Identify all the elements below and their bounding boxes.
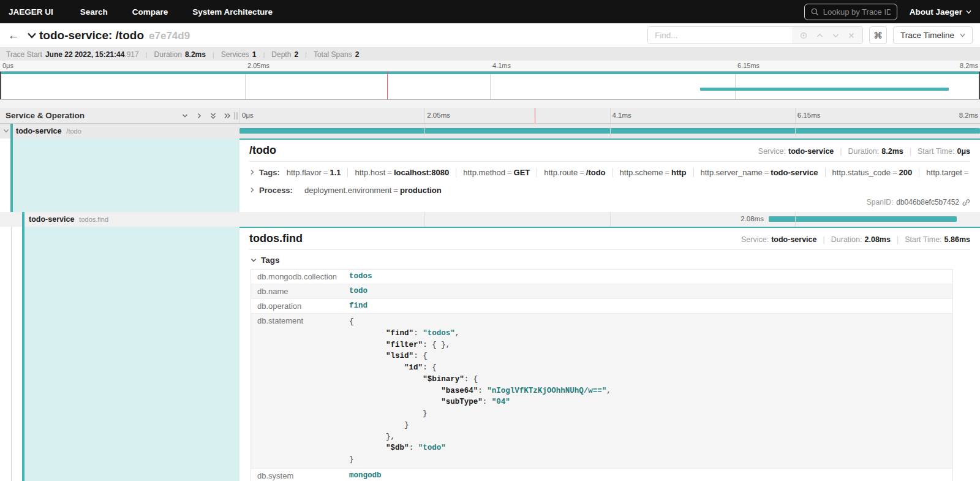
tag-key: http.route — [544, 168, 578, 177]
gridline — [490, 72, 491, 99]
summary-separator: | — [263, 51, 265, 58]
next-result-icon[interactable] — [832, 33, 839, 38]
span-color-bar — [22, 212, 24, 227]
span-name-todos-find[interactable]: todo-service todos.find — [0, 212, 239, 227]
tags-accordion-toggle[interactable]: Tags — [251, 256, 970, 265]
jaeger-ui-logo[interactable]: JAEGER UI — [9, 7, 53, 17]
span-detail-panel: /todo Service:todo-service|Duration:8.2m… — [239, 138, 980, 212]
minimap-span-bar — [700, 88, 949, 91]
summary-value-suffix: .917 — [124, 50, 138, 59]
tick-label: 0μs — [239, 112, 254, 119]
tag-table-key: db.mongodb.collection — [251, 270, 344, 284]
nav-right: Lookup by Trace ID... About Jaeger — [804, 4, 971, 20]
span-title: /todo — [249, 144, 276, 157]
expand-one-icon[interactable] — [195, 112, 203, 119]
span-color-bar — [10, 124, 13, 138]
copy-link-icon[interactable] — [962, 199, 970, 206]
process-tag: deployment.environment=production — [298, 185, 448, 196]
trace-header: ← todo-service: /todoe7e74d9 — [0, 23, 980, 48]
back-button[interactable]: ← — [0, 29, 27, 42]
chevron-down-icon — [251, 257, 257, 263]
minimap-labels: 0μs2.05ms4.1ms6.15ms8.2ms — [0, 61, 980, 71]
tick-label: 4.1ms — [610, 112, 631, 119]
meta-value: todo-service — [788, 147, 834, 156]
find-input[interactable] — [648, 27, 792, 44]
clear-find-icon[interactable] — [848, 32, 854, 39]
prev-result-icon[interactable] — [816, 33, 823, 38]
timeline-ticks-track: 0μs2.05ms4.1ms6.15ms8.2ms — [239, 108, 980, 123]
summary-item: Total Spans2 — [314, 50, 359, 59]
search-icon — [811, 8, 819, 16]
trace-view-selector[interactable]: Trace Timeline — [893, 26, 973, 44]
minimap-left-drag-handle[interactable] — [0, 72, 1, 99]
summary-label: Duration — [154, 50, 182, 59]
tag-value: http — [671, 168, 687, 177]
meta-value: 0μs — [957, 147, 970, 156]
tag-pill: http.target=/todo — [919, 168, 970, 177]
span-track-todo[interactable] — [239, 124, 980, 138]
equals-sign: = — [891, 168, 899, 177]
span-detail-gutter — [0, 138, 239, 212]
collapse-trace-chevron-icon[interactable] — [27, 32, 37, 39]
equals-sign: = — [322, 168, 330, 177]
span-process-summary: Process: deployment.environment=producti… — [249, 185, 970, 196]
keyboard-shortcuts-button[interactable]: ⌘ — [869, 26, 887, 44]
span-name-todo[interactable]: todo-service /todo — [0, 124, 239, 138]
span-meta: Service:todo-service|Duration:8.2ms|Star… — [758, 147, 970, 156]
match-focus-icon[interactable] — [800, 32, 807, 39]
selected-span-highlight — [24, 227, 239, 481]
summary-value: 8.2ms — [185, 50, 206, 59]
tag-table-key: db.operation — [251, 299, 344, 314]
equals-sign: = — [578, 168, 586, 177]
meta-separator: | — [910, 147, 911, 156]
meta-separator: | — [840, 147, 842, 156]
divider — [249, 161, 970, 162]
timeline-left-header: Service & Operation — [0, 108, 239, 123]
equals-sign: = — [663, 168, 671, 177]
span-detail-todos-find: todos.find Service:todo-service|Duration… — [0, 227, 980, 481]
collapse-all-icon[interactable] — [209, 112, 217, 119]
chevron-right-icon[interactable] — [249, 187, 255, 193]
tag-pill: http.flavor=1.1 — [285, 168, 349, 177]
nav-item-search[interactable]: Search — [80, 7, 108, 17]
equals-sign: = — [385, 168, 394, 177]
tag-table-value: mongodb — [343, 468, 952, 481]
chevron-down-icon[interactable] — [3, 128, 9, 134]
meta-separator: | — [823, 235, 825, 244]
span-tags-summary: Tags: http.flavor=1.1http.host=localhost… — [249, 167, 970, 178]
minimap-spacer — [0, 100, 980, 108]
column-resizer-handle[interactable] — [234, 112, 238, 119]
collapse-one-icon[interactable] — [181, 112, 189, 119]
process-key: deployment.environment — [304, 186, 391, 195]
tag-key: http.flavor — [287, 168, 322, 177]
trace-title-text: todo-service: /todo — [39, 29, 144, 42]
span-meta: Service:todo-service|Duration:2.08ms|Sta… — [741, 235, 970, 244]
nav-menu: SearchCompareSystem Architecture — [80, 7, 297, 17]
tag-table-row: db.operationfind — [251, 299, 953, 314]
service-name: todo-service — [16, 127, 61, 135]
tick-label: 2.05ms — [245, 62, 270, 69]
span-track-todos-find[interactable]: 2.08ms — [239, 212, 980, 227]
span-bar-todos-find[interactable] — [769, 216, 957, 222]
tick-label: 2.05ms — [424, 112, 450, 119]
process-toggle[interactable]: Process: — [259, 185, 293, 196]
tick-label: 6.15ms — [795, 112, 821, 119]
tags-table: db.mongodb.collectiontodosdb.nametododb.… — [251, 269, 953, 481]
summary-item: Duration8.2ms — [154, 50, 206, 59]
tag-table-row: db.statement{ "find": "todos", "filter":… — [251, 314, 953, 469]
chevron-right-icon[interactable] — [249, 169, 255, 175]
tag-table-value: find — [343, 299, 952, 314]
about-jaeger-menu[interactable]: About Jaeger — [910, 7, 971, 17]
gridline — [424, 212, 425, 227]
minimap-canvas[interactable] — [0, 71, 980, 100]
nav-item-system-architecture[interactable]: System Architecture — [192, 7, 273, 17]
span-id-value: db046b8efc5b7452 — [896, 198, 959, 206]
tag-table-value: todos — [343, 270, 952, 284]
expand-all-icon[interactable] — [224, 112, 231, 119]
trace-id-lookup-input[interactable]: Lookup by Trace ID... — [804, 4, 897, 20]
tree-guide-line — [11, 227, 12, 481]
tag-value: /todo — [586, 168, 606, 177]
tag-value: GET — [514, 168, 530, 177]
nav-item-compare[interactable]: Compare — [132, 7, 168, 17]
tags-toggle[interactable]: Tags: — [259, 167, 280, 178]
